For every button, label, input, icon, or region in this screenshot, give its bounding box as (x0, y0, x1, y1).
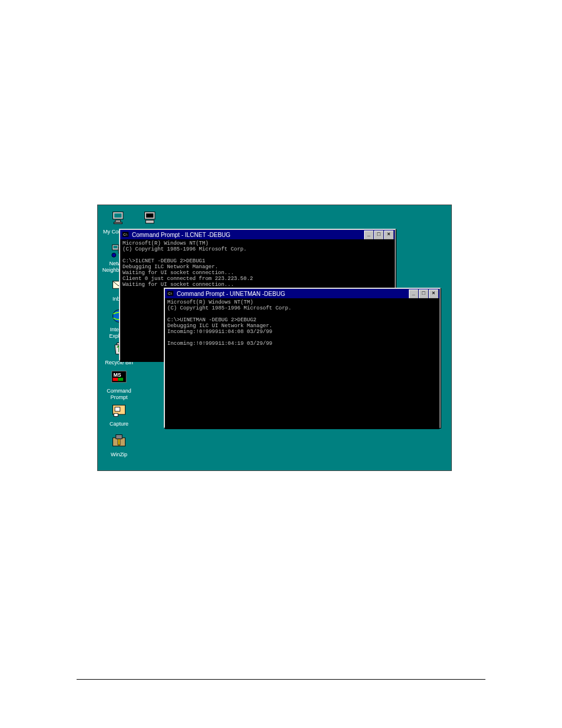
svg-rect-24 (118, 439, 120, 446)
svg-text:MS: MS (113, 372, 121, 378)
desktop-icon-label: WinZip (101, 452, 137, 458)
svg-text:C:\: C:\ (123, 233, 127, 236)
svg-rect-1 (114, 213, 121, 218)
window-title: Command Prompt - UINETMAN -DEBUG (177, 291, 408, 297)
svg-rect-5 (146, 213, 153, 218)
winzip-icon (110, 431, 128, 450)
desktop-icon-label: Command Prompt (101, 388, 137, 401)
svg-rect-6 (146, 220, 154, 223)
capture-icon (110, 401, 128, 420)
svg-rect-17 (113, 378, 118, 381)
svg-rect-18 (118, 378, 123, 381)
terminal-output[interactable]: Microsoft(R) Windows NT(TM) (C) Copyrigh… (165, 298, 439, 429)
msdos-icon: MS (110, 368, 128, 387)
maximize-button[interactable]: □ (374, 230, 384, 239)
svg-rect-23 (116, 435, 123, 439)
system-menu-icon[interactable]: C:\ (121, 230, 130, 239)
close-button[interactable]: × (384, 230, 394, 239)
svg-rect-8 (113, 246, 117, 248)
horizontal-rule (77, 679, 485, 680)
svg-rect-20 (115, 407, 120, 411)
computer-icon (110, 209, 128, 228)
svg-rect-3 (114, 222, 122, 224)
close-button[interactable]: × (429, 289, 438, 298)
computer-alt-icon (141, 209, 160, 228)
maximize-button[interactable]: □ (419, 289, 428, 298)
desktop-icon-cmd[interactable]: MS Command Prompt (101, 368, 137, 401)
desktop-icon-winzip[interactable]: WinZip (101, 431, 137, 458)
svg-text:C:\: C:\ (168, 292, 172, 295)
svg-point-11 (112, 253, 116, 257)
minimize-button[interactable]: _ (364, 230, 373, 239)
titlebar[interactable]: C:\ Command Prompt - UINETMAN -DEBUG _ □… (165, 289, 439, 298)
titlebar[interactable]: C:\ Command Prompt - ILCNET -DEBUG _ □ × (120, 230, 395, 239)
minimize-button[interactable]: _ (409, 289, 418, 298)
document-page: My Computer ILCNCC Network Neighborhood … (0, 0, 562, 728)
desktop-icon-capture[interactable]: Capture (101, 401, 137, 427)
desktop-icon-label: Capture (101, 421, 137, 427)
window-title: Command Prompt - ILCNET -DEBUG (132, 232, 363, 238)
window-uinetman[interactable]: C:\ Command Prompt - UINETMAN -DEBUG _ □… (164, 288, 441, 428)
desktop: My Computer ILCNCC Network Neighborhood … (97, 205, 452, 471)
svg-rect-2 (115, 220, 121, 223)
system-menu-icon[interactable]: C:\ (166, 289, 174, 298)
svg-rect-21 (114, 413, 118, 416)
